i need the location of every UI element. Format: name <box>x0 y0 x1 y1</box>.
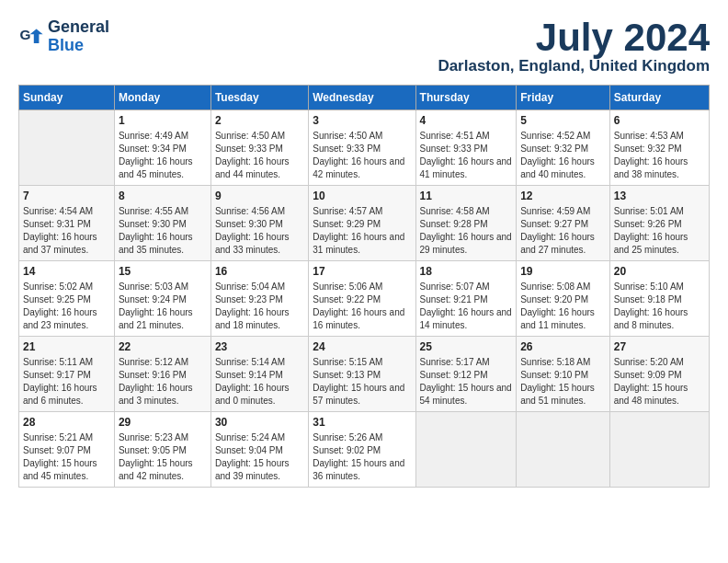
calendar-cell: 4Sunrise: 4:51 AMSunset: 9:33 PMDaylight… <box>415 110 517 186</box>
day-number: 18 <box>420 265 513 278</box>
day-number: 26 <box>520 340 606 353</box>
day-number: 11 <box>420 190 513 202</box>
calendar-cell: 22Sunrise: 5:12 AMSunset: 9:16 PMDayligh… <box>114 337 210 412</box>
day-info: Sunrise: 4:54 AMSunset: 9:31 PMDaylight:… <box>23 205 110 257</box>
day-number: 8 <box>119 190 207 202</box>
day-number: 21 <box>23 340 110 353</box>
calendar-cell <box>415 412 517 488</box>
day-info: Sunrise: 4:53 AMSunset: 9:32 PMDaylight:… <box>614 130 705 181</box>
day-number: 24 <box>313 340 411 353</box>
day-info: Sunrise: 5:03 AMSunset: 9:24 PMDaylight:… <box>119 281 207 332</box>
calendar-cell: 25Sunrise: 5:17 AMSunset: 9:12 PMDayligh… <box>415 337 517 412</box>
day-number: 2 <box>215 114 304 127</box>
day-info: Sunrise: 4:50 AMSunset: 9:33 PMDaylight:… <box>215 130 304 181</box>
calendar-cell: 8Sunrise: 4:55 AMSunset: 9:30 PMDaylight… <box>114 186 210 261</box>
week-row-2: 7Sunrise: 4:54 AMSunset: 9:31 PMDaylight… <box>19 186 710 261</box>
calendar-cell: 10Sunrise: 4:57 AMSunset: 9:29 PMDayligh… <box>309 186 415 261</box>
week-row-4: 21Sunrise: 5:11 AMSunset: 9:17 PMDayligh… <box>19 337 710 412</box>
calendar-cell: 13Sunrise: 5:01 AMSunset: 9:26 PMDayligh… <box>609 186 709 261</box>
day-info: Sunrise: 5:20 AMSunset: 9:09 PMDaylight:… <box>614 356 705 408</box>
day-number: 22 <box>119 340 207 353</box>
day-number: 31 <box>313 416 411 429</box>
day-number: 9 <box>215 190 304 202</box>
day-number: 30 <box>215 416 304 429</box>
day-info: Sunrise: 5:10 AMSunset: 9:18 PMDaylight:… <box>614 281 705 332</box>
day-number: 23 <box>215 340 304 353</box>
calendar-cell: 28Sunrise: 5:21 AMSunset: 9:07 PMDayligh… <box>19 412 115 488</box>
day-info: Sunrise: 5:01 AMSunset: 9:26 PMDaylight:… <box>614 205 705 257</box>
calendar-cell <box>517 412 610 488</box>
calendar-cell: 18Sunrise: 5:07 AMSunset: 9:21 PMDayligh… <box>415 261 517 337</box>
day-info: Sunrise: 4:59 AMSunset: 9:27 PMDaylight:… <box>520 205 606 257</box>
calendar-cell: 24Sunrise: 5:15 AMSunset: 9:13 PMDayligh… <box>309 337 415 412</box>
day-info: Sunrise: 5:23 AMSunset: 9:05 PMDaylight:… <box>119 431 207 483</box>
calendar-cell: 19Sunrise: 5:08 AMSunset: 9:20 PMDayligh… <box>517 261 610 337</box>
day-info: Sunrise: 5:06 AMSunset: 9:22 PMDaylight:… <box>313 281 411 332</box>
day-info: Sunrise: 4:51 AMSunset: 9:33 PMDaylight:… <box>420 130 513 181</box>
calendar-cell: 1Sunrise: 4:49 AMSunset: 9:34 PMDaylight… <box>114 110 210 186</box>
day-number: 20 <box>614 265 705 278</box>
week-row-3: 14Sunrise: 5:02 AMSunset: 9:25 PMDayligh… <box>19 261 710 337</box>
calendar-cell <box>609 412 709 488</box>
calendar-cell: 30Sunrise: 5:24 AMSunset: 9:04 PMDayligh… <box>210 412 308 488</box>
header-wednesday: Wednesday <box>309 86 415 110</box>
day-info: Sunrise: 5:02 AMSunset: 9:25 PMDaylight:… <box>23 281 110 332</box>
calendar-header-row: SundayMondayTuesdayWednesdayThursdayFrid… <box>19 86 710 110</box>
calendar-cell: 5Sunrise: 4:52 AMSunset: 9:32 PMDaylight… <box>517 110 610 186</box>
day-number: 6 <box>614 114 705 127</box>
day-number: 14 <box>23 265 110 278</box>
day-info: Sunrise: 5:07 AMSunset: 9:21 PMDaylight:… <box>420 281 513 332</box>
calendar-cell: 16Sunrise: 5:04 AMSunset: 9:23 PMDayligh… <box>210 261 308 337</box>
day-info: Sunrise: 5:04 AMSunset: 9:23 PMDaylight:… <box>215 281 304 332</box>
day-number: 28 <box>23 416 110 429</box>
day-info: Sunrise: 5:24 AMSunset: 9:04 PMDaylight:… <box>215 431 304 483</box>
day-info: Sunrise: 4:57 AMSunset: 9:29 PMDaylight:… <box>313 205 411 257</box>
header-tuesday: Tuesday <box>210 86 308 110</box>
calendar-cell: 23Sunrise: 5:14 AMSunset: 9:14 PMDayligh… <box>210 337 308 412</box>
day-number: 4 <box>420 114 513 127</box>
week-row-5: 28Sunrise: 5:21 AMSunset: 9:07 PMDayligh… <box>19 412 710 488</box>
day-info: Sunrise: 4:50 AMSunset: 9:33 PMDaylight:… <box>313 130 411 181</box>
calendar-cell: 2Sunrise: 4:50 AMSunset: 9:33 PMDaylight… <box>210 110 308 186</box>
day-number: 3 <box>313 114 411 127</box>
logo-text-line1: General <box>48 18 109 37</box>
day-info: Sunrise: 5:15 AMSunset: 9:13 PMDaylight:… <box>313 356 411 408</box>
calendar-cell: 21Sunrise: 5:11 AMSunset: 9:17 PMDayligh… <box>19 337 115 412</box>
calendar-cell: 15Sunrise: 5:03 AMSunset: 9:24 PMDayligh… <box>114 261 210 337</box>
day-number: 15 <box>119 265 207 278</box>
header-sunday: Sunday <box>19 86 115 110</box>
logo-text-line2: Blue <box>48 37 109 55</box>
day-info: Sunrise: 5:26 AMSunset: 9:02 PMDaylight:… <box>313 431 411 483</box>
calendar-cell: 29Sunrise: 5:23 AMSunset: 9:05 PMDayligh… <box>114 412 210 488</box>
day-number: 16 <box>215 265 304 278</box>
day-info: Sunrise: 5:18 AMSunset: 9:10 PMDaylight:… <box>520 356 606 408</box>
calendar-cell: 31Sunrise: 5:26 AMSunset: 9:02 PMDayligh… <box>309 412 415 488</box>
day-number: 1 <box>119 114 207 127</box>
calendar-cell: 6Sunrise: 4:53 AMSunset: 9:32 PMDaylight… <box>609 110 709 186</box>
calendar-cell <box>19 110 115 186</box>
calendar-table: SundayMondayTuesdayWednesdayThursdayFrid… <box>18 85 710 488</box>
calendar-cell: 7Sunrise: 4:54 AMSunset: 9:31 PMDaylight… <box>19 186 115 261</box>
day-info: Sunrise: 5:11 AMSunset: 9:17 PMDaylight:… <box>23 356 110 408</box>
day-number: 13 <box>614 190 705 202</box>
day-info: Sunrise: 5:21 AMSunset: 9:07 PMDaylight:… <box>23 431 110 483</box>
calendar-cell: 12Sunrise: 4:59 AMSunset: 9:27 PMDayligh… <box>517 186 610 261</box>
calendar-cell: 20Sunrise: 5:10 AMSunset: 9:18 PMDayligh… <box>609 261 709 337</box>
week-row-1: 1Sunrise: 4:49 AMSunset: 9:34 PMDaylight… <box>19 110 710 186</box>
day-info: Sunrise: 4:58 AMSunset: 9:28 PMDaylight:… <box>420 205 513 257</box>
day-info: Sunrise: 5:12 AMSunset: 9:16 PMDaylight:… <box>119 356 207 408</box>
month-title: July 2024 <box>438 18 710 57</box>
day-info: Sunrise: 4:55 AMSunset: 9:30 PMDaylight:… <box>119 205 207 257</box>
svg-marker-1 <box>30 29 43 42</box>
day-number: 29 <box>119 416 207 429</box>
title-area: July 2024 Darlaston, England, United Kin… <box>438 18 710 75</box>
day-number: 12 <box>520 190 606 202</box>
calendar-cell: 27Sunrise: 5:20 AMSunset: 9:09 PMDayligh… <box>609 337 709 412</box>
day-info: Sunrise: 4:52 AMSunset: 9:32 PMDaylight:… <box>520 130 606 181</box>
logo-icon: G <box>18 24 44 50</box>
day-number: 5 <box>520 114 606 127</box>
header-monday: Monday <box>114 86 210 110</box>
day-info: Sunrise: 5:08 AMSunset: 9:20 PMDaylight:… <box>520 281 606 332</box>
day-info: Sunrise: 4:49 AMSunset: 9:34 PMDaylight:… <box>119 130 207 181</box>
day-number: 17 <box>313 265 411 278</box>
